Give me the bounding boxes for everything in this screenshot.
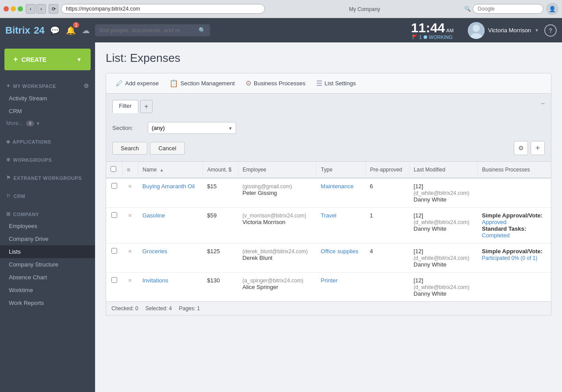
url-bar[interactable]: https://mycompany.bitrix24.com — [61, 4, 265, 14]
row2-type-link[interactable]: Travel — [321, 212, 336, 219]
workspace-heading[interactable]: ✦ MY WORKSPACE ⚙ — [0, 80, 95, 92]
help-button[interactable]: ? — [544, 24, 557, 37]
filter-expand-button[interactable]: + — [531, 141, 545, 155]
list-settings-button[interactable]: ☰ List Settings — [312, 77, 360, 90]
workgroups-heading[interactable]: ⊕ WORKGROUPS — [0, 154, 95, 165]
row3-amount-cell: $125 — [203, 244, 238, 273]
row2-lastmod-email: (d_white@bitrix24.com) — [413, 219, 469, 225]
th-lastmod[interactable]: Last Modified — [409, 162, 478, 178]
row1-name-link[interactable]: Buying Amaranth Oil — [142, 183, 195, 190]
company-heading[interactable]: ⊞ COMPANY — [0, 209, 95, 220]
sidebar-item-lists[interactable]: Lists — [0, 245, 95, 258]
applications-heading[interactable]: ◈ APPLICATIONS — [0, 136, 95, 147]
create-arrow-icon: ▼ — [76, 57, 82, 63]
row2-menu-cell[interactable]: ≡ — [122, 208, 138, 244]
th-amount[interactable]: Amount, $ — [203, 162, 238, 178]
row1-name-cell: Buying Amaranth Oil — [138, 178, 203, 208]
th-type[interactable]: Type — [316, 162, 365, 178]
add-expense-button[interactable]: 🖊 Add expense — [111, 77, 163, 90]
row4-checkbox[interactable] — [111, 277, 117, 283]
user-name: Victoria Morrison — [488, 27, 531, 34]
row2-checkbox[interactable] — [111, 212, 117, 218]
row3-type-link[interactable]: Office supplies — [321, 248, 358, 255]
employees-label: Employees — [9, 223, 37, 229]
row4-lastmod-cell: [12] (d_white@bitrix24.com) Danny White — [409, 273, 478, 302]
row3-preapproved: 4 — [370, 248, 373, 255]
sidebar-item-activity[interactable]: Activity Stream — [0, 92, 95, 105]
row3-bp-status1-link[interactable]: Participated 0% (0 of 1) — [482, 255, 537, 261]
row1-checkbox[interactable] — [111, 183, 117, 189]
row1-employee-name: Peter Gissing — [242, 190, 277, 196]
section-management-button[interactable]: 📋 Section Management — [165, 77, 239, 90]
close-dot[interactable] — [4, 6, 9, 11]
working-status[interactable]: 🚩 1 WORKING — [412, 34, 453, 40]
structure-label: Company Structure — [9, 261, 58, 268]
extranet-heading[interactable]: ⚑ EXTRANET WORKGROUPS — [0, 172, 95, 183]
row1-type-link[interactable]: Maintenance — [321, 183, 353, 190]
status-bar: Checked: 0 Selected: 4 Pages: 1 — [106, 302, 551, 316]
sidebar-item-crm[interactable]: CRM — [0, 105, 95, 118]
cloud-icon[interactable]: ☁ — [82, 26, 90, 35]
row2-bp-status1-link[interactable]: Approved — [482, 219, 507, 225]
forward-button[interactable]: › — [36, 4, 46, 14]
sidebar-item-worktime[interactable]: Worktime — [0, 284, 95, 297]
sidebar-item-drive[interactable]: Company Drive — [0, 232, 95, 245]
notifications-icon[interactable]: 🔔1 — [66, 26, 76, 35]
filter-tab[interactable]: Filter — [112, 100, 138, 113]
row4-menu-icon: ≡ — [128, 277, 132, 284]
row4-type-link[interactable]: Printer — [321, 277, 337, 284]
select-all-checkbox[interactable] — [111, 166, 116, 172]
th-amount-label: Amount, $ — [207, 167, 232, 173]
global-search-input[interactable] — [99, 27, 196, 34]
cancel-button[interactable]: Cancel — [150, 142, 184, 155]
chat-icon[interactable]: 💬 — [50, 26, 60, 35]
th-type-label: Type — [321, 167, 333, 173]
th-preapproved[interactable]: Pre-approved — [365, 162, 409, 178]
sidebar-item-employees[interactable]: Employees — [0, 220, 95, 232]
minimize-dot[interactable] — [11, 6, 16, 11]
worktime-label: Worktime — [9, 287, 33, 293]
checked-count: Checked: 0 — [111, 305, 138, 312]
row3-menu-cell[interactable]: ≡ — [122, 244, 138, 273]
row2-bp-status2-link[interactable]: Completed — [482, 232, 510, 239]
filter-settings-button[interactable]: ⚙ — [514, 141, 528, 155]
browser-search-input[interactable] — [473, 4, 543, 14]
extranet-icon: ⚑ — [6, 175, 11, 181]
row2-bp-label2: Standard Tasks: — [482, 225, 526, 232]
filter-add-button[interactable]: + — [140, 100, 153, 113]
th-name[interactable]: Name ▲ — [138, 162, 203, 178]
user-section[interactable]: Victoria Morrison ▼ — [468, 22, 539, 39]
sidebar-item-structure[interactable]: Company Structure — [0, 258, 95, 271]
row4-name-link[interactable]: Invitations — [142, 277, 168, 284]
sidebar-item-more[interactable]: More... 4 ▼ — [0, 118, 95, 129]
filter-collapse-button[interactable]: − — [541, 100, 545, 113]
row3-checkbox[interactable] — [111, 248, 117, 254]
row2-amount-cell: $59 — [203, 208, 238, 244]
table-row: ≡ Buying Amaranth Oil $15 (gissing@gmail… — [106, 178, 551, 208]
browser-title: My Company — [349, 6, 380, 12]
activity-label: Activity Stream — [9, 95, 47, 102]
business-processes-button[interactable]: ⚙ Business Processes — [241, 77, 310, 90]
maximize-dot[interactable] — [18, 6, 23, 11]
search-button[interactable]: Search — [112, 142, 147, 155]
create-button[interactable]: + CREATE ▼ — [4, 49, 91, 70]
workspace-settings-icon[interactable]: ⚙ — [84, 83, 89, 89]
row1-menu-cell[interactable]: ≡ — [122, 178, 138, 208]
back-button[interactable]: ‹ — [26, 4, 35, 14]
section-label: Section: — [112, 125, 143, 131]
row2-employee-name: Victoria Morrison — [242, 219, 285, 225]
expense-table: ≡ Name ▲ Amount, $ Employee — [106, 162, 551, 301]
section-select[interactable]: (any) — [148, 122, 236, 134]
th-employee[interactable]: Employee — [238, 162, 316, 178]
sidebar-item-workreports[interactable]: Work Reports — [0, 297, 95, 309]
global-search[interactable]: 🔍 — [95, 24, 210, 36]
row4-menu-cell[interactable]: ≡ — [122, 273, 138, 302]
workspace-section: ✦ MY WORKSPACE ⚙ Activity Stream CRM Mor… — [0, 76, 95, 133]
row2-name-cell: Gasoline — [138, 208, 203, 244]
row2-name-link[interactable]: Gasoline — [142, 212, 165, 219]
sidebar-item-absence[interactable]: Absence Chart — [0, 271, 95, 284]
row3-name-link[interactable]: Groceries — [142, 248, 167, 255]
crm-icon: ⚐ — [6, 193, 11, 199]
refresh-button[interactable]: ⟳ — [49, 4, 58, 14]
crm-sidebar-heading[interactable]: ⚐ CRM — [0, 190, 95, 202]
